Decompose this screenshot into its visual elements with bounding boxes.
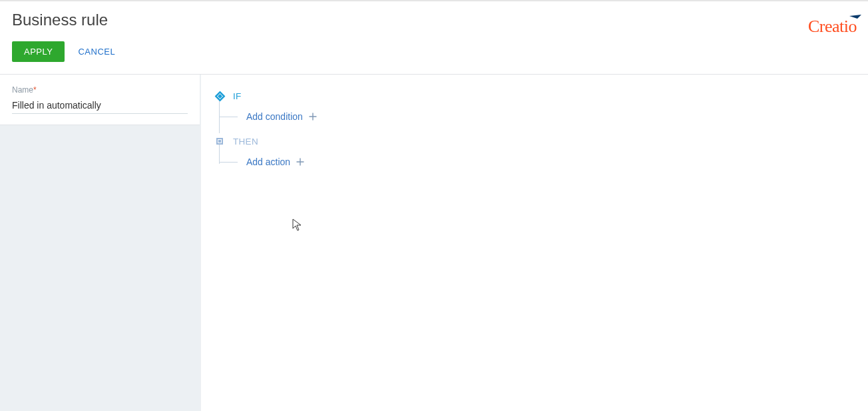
add-condition-link[interactable]: Add condition [246, 111, 318, 122]
if-label: IF [233, 91, 242, 101]
cancel-button[interactable]: CANCEL [78, 47, 115, 57]
connector-horizontal [219, 117, 238, 117]
rule-canvas: IF Add condition [201, 75, 868, 411]
page-title: Business rule [12, 11, 856, 29]
plus-icon [308, 112, 318, 121]
content-area: Name* IF Add condition [0, 74, 868, 411]
name-label-text: Name [12, 85, 33, 95]
add-action-text: Add action [246, 157, 290, 167]
svg-text:Creatio: Creatio [808, 17, 857, 36]
toolbar: APPLY CANCEL [12, 41, 856, 62]
sidebar: Name* [0, 75, 200, 411]
add-action-row: Add action [214, 151, 855, 173]
then-branch: THEN Add action [214, 132, 855, 177]
header: Business rule APPLY CANCEL Creatio [0, 1, 868, 74]
then-node: THEN [214, 132, 855, 151]
square-icon [214, 136, 225, 147]
connector-horizontal [219, 162, 238, 163]
diamond-icon [214, 91, 225, 101]
add-condition-text: Add condition [246, 111, 303, 122]
rule-tree: IF Add condition [214, 87, 855, 177]
then-label: THEN [233, 137, 258, 147]
name-input[interactable] [12, 99, 188, 114]
creatio-logo: Creatio [808, 13, 868, 36]
if-node: IF [214, 87, 855, 105]
plus-icon [296, 157, 305, 167]
add-action-link[interactable]: Add action [246, 157, 305, 167]
required-asterisk: * [33, 85, 37, 95]
name-field-label: Name* [12, 85, 188, 95]
add-condition-row: Add condition [214, 105, 855, 128]
if-branch: IF Add condition [214, 87, 855, 132]
apply-button[interactable]: APPLY [12, 41, 65, 62]
name-field-card: Name* [0, 75, 200, 125]
